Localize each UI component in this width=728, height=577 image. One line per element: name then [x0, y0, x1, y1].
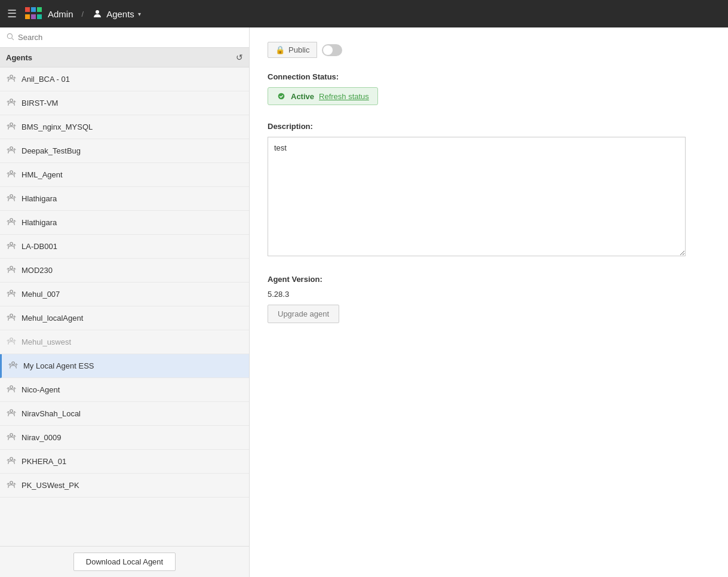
sidebar: Agents ↺ Anil_BCA - 01 BIRST-VM BMS_ngin… — [0, 27, 250, 577]
agents-icon — [92, 8, 103, 19]
description-label: Description: — [268, 122, 710, 131]
agent-list-item[interactable]: Nirav_0009 — [0, 426, 249, 450]
agent-icon — [6, 455, 17, 468]
agent-name-label: Mehul_uswest — [21, 337, 71, 346]
agent-icon — [6, 431, 17, 444]
download-local-agent-button[interactable]: Download Local Agent — [73, 553, 176, 571]
search-icon — [6, 32, 14, 42]
agent-list-item[interactable]: Hlathigara — [0, 211, 249, 235]
agent-list-item[interactable]: PKHERA_01 — [0, 450, 249, 474]
agent-icon — [6, 240, 17, 253]
public-toggle-row: 🔒 Public — [268, 42, 710, 58]
agent-list-item[interactable]: NiravShah_Local — [0, 402, 249, 426]
svg-point-12 — [10, 147, 13, 150]
search-bar — [0, 27, 249, 48]
svg-line-8 — [12, 38, 14, 40]
svg-point-27 — [278, 93, 285, 100]
agent-list-item[interactable]: PK_USWest_PK — [0, 474, 249, 498]
svg-rect-1 — [31, 7, 36, 12]
section-label: Agents — [106, 9, 134, 19]
section-nav[interactable]: Agents ▾ — [92, 8, 141, 19]
agent-name-label: PKHERA_01 — [21, 457, 66, 466]
active-text: Active — [291, 92, 314, 101]
agent-name-label: BIRST-VM — [21, 99, 58, 108]
agent-name-label: Nico-Agent — [21, 385, 60, 394]
content-area: 🔒 Public Connection Status: Active Refre… — [250, 27, 728, 577]
agent-icon — [6, 121, 17, 133]
svg-point-23 — [10, 410, 13, 413]
agent-list-item[interactable]: Nico-Agent — [0, 378, 249, 402]
svg-rect-0 — [25, 7, 30, 12]
agent-version-label: Agent Version: — [268, 275, 710, 284]
svg-point-26 — [10, 481, 13, 484]
agent-name-label: My Local Agent ESS — [23, 361, 94, 370]
dropdown-arrow-icon: ▾ — [138, 11, 141, 17]
svg-point-17 — [10, 266, 13, 269]
agent-icon — [6, 73, 17, 85]
main-layout: Agents ↺ Anil_BCA - 01 BIRST-VM BMS_ngin… — [0, 27, 728, 577]
svg-point-19 — [10, 314, 13, 317]
hamburger-icon[interactable]: ☰ — [7, 7, 17, 20]
agent-name-label: Hlathigara — [21, 194, 57, 203]
agent-name-label: MOD230 — [21, 266, 53, 275]
agent-list-item[interactable]: HML_Agent — [0, 163, 249, 187]
description-section: Description: — [268, 122, 710, 258]
app-logo — [25, 7, 42, 20]
connection-status-row: Connection Status: Active Refresh status — [268, 72, 710, 105]
refresh-status-link[interactable]: Refresh status — [319, 92, 369, 101]
agent-list-item[interactable]: Mehul_uswest — [0, 330, 249, 354]
agent-list-item[interactable]: Hlathigara — [0, 187, 249, 211]
agent-list-item[interactable]: Mehul_localAgent — [0, 306, 249, 330]
svg-point-7 — [7, 33, 12, 38]
lock-icon: 🔒 — [275, 45, 285, 54]
public-toggle-switch[interactable] — [322, 44, 342, 56]
agent-icon — [6, 383, 17, 396]
agent-name-label: Anil_BCA - 01 — [21, 75, 70, 84]
agent-icon — [6, 97, 17, 109]
agent-list-item[interactable]: LA-DB001 — [0, 235, 249, 259]
agent-name-label: BMS_nginx_MYSQL — [21, 122, 93, 131]
agent-icon — [6, 264, 17, 277]
agent-list-item[interactable]: MOD230 — [0, 259, 249, 283]
agent-icon — [6, 312, 17, 324]
agent-name-label: LA-DB001 — [21, 242, 57, 251]
status-badge: Active Refresh status — [268, 87, 378, 105]
svg-point-14 — [10, 195, 13, 198]
agent-name-label: PK_USWest_PK — [21, 481, 79, 490]
agent-name-label: Nirav_0009 — [21, 433, 62, 442]
agent-list-item[interactable]: Deepak_TestBug — [0, 139, 249, 163]
agent-icon — [6, 288, 17, 300]
refresh-button[interactable]: ↺ — [236, 53, 243, 62]
svg-point-25 — [10, 458, 13, 461]
version-section: Agent Version: 5.28.3 Upgrade agent — [268, 275, 710, 323]
agent-name-label: Deepak_TestBug — [21, 146, 81, 155]
agent-version-value: 5.28.3 — [268, 290, 710, 299]
agent-list-item[interactable]: BMS_nginx_MYSQL — [0, 115, 249, 139]
agent-list-item[interactable]: My Local Agent ESS — [0, 354, 249, 378]
description-textarea[interactable] — [268, 137, 686, 256]
public-button[interactable]: 🔒 Public — [268, 42, 317, 58]
agent-icon — [6, 192, 17, 205]
agent-list-item[interactable]: Mehul_007 — [0, 283, 249, 306]
svg-rect-5 — [37, 14, 42, 19]
agent-list: Anil_BCA - 01 BIRST-VM BMS_nginx_MYSQL D… — [0, 67, 249, 546]
svg-point-24 — [10, 434, 13, 437]
svg-rect-4 — [31, 14, 36, 19]
upgrade-agent-button[interactable]: Upgrade agent — [268, 305, 339, 323]
agent-icon — [8, 360, 19, 372]
agent-list-item[interactable]: BIRST-VM — [0, 91, 249, 115]
agent-icon — [6, 168, 17, 181]
agent-name-label: Mehul_007 — [21, 290, 60, 299]
agent-icon — [6, 407, 17, 420]
public-label: Public — [288, 45, 309, 54]
app-name: Admin — [48, 9, 73, 19]
agents-header: Agents ↺ — [0, 48, 249, 67]
agent-list-item[interactable]: Anil_BCA - 01 — [0, 67, 249, 91]
search-input[interactable] — [18, 33, 243, 42]
separator: / — [82, 10, 84, 19]
svg-point-20 — [10, 338, 13, 341]
topbar: ☰ Admin / Agents ▾ — [0, 0, 728, 27]
svg-point-10 — [10, 99, 13, 102]
svg-point-21 — [12, 362, 15, 365]
svg-point-13 — [10, 171, 13, 174]
